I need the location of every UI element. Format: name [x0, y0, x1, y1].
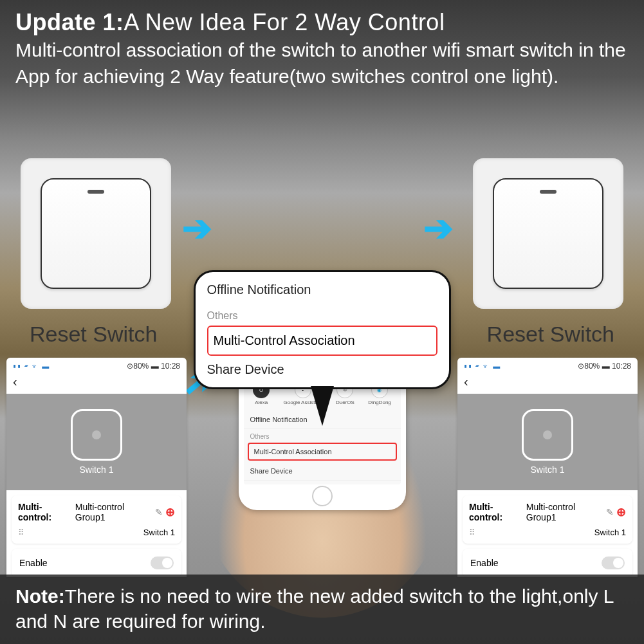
share-device-row[interactable]: Share Device	[244, 462, 401, 481]
enable-label: Enable	[19, 558, 48, 568]
switch-hero: Switch 1	[6, 394, 187, 490]
title: Update 1:A New Idea For 2 Way Control	[15, 9, 629, 36]
switch-button[interactable]	[522, 409, 573, 461]
multi-group: Multi-control Group1	[75, 502, 152, 522]
row-switch: Switch 1	[143, 528, 175, 537]
note-rest: There is no need to wire the new added s…	[15, 585, 613, 632]
device-icon: ⠿	[18, 528, 23, 537]
phone-left: ▮▮ ▰ ᯤ ▬ ⊙80% ▬ 10:28 ‹ Switch 1 Multi-c…	[6, 358, 187, 577]
edit-icon[interactable]: ✎	[606, 507, 614, 517]
footer-note: Note:There is no need to wire the new ad…	[0, 575, 644, 644]
callout-highlight: Multi-Control Association	[207, 326, 437, 356]
signal-icons: ▮▮ ▰ ᯤ ▬	[13, 362, 50, 370]
enable-toggle[interactable]	[602, 557, 625, 569]
statusbar: ▮▮ ▰ ᯤ ▬ ⊙80% ▬ 10:28	[457, 358, 638, 374]
callout-offline: Offline Notification	[207, 282, 437, 304]
reset-label-right: Reset Switch	[487, 322, 614, 347]
device-icon: ⠿	[469, 528, 474, 537]
switch-name: Switch 1	[531, 465, 565, 475]
add-icon[interactable]: ⊕	[616, 505, 626, 519]
switch-button[interactable]	[71, 409, 122, 461]
multi-control-card: Multi-control: Multi-control Group1 ✎ ⊕ …	[463, 495, 632, 544]
home-button[interactable]	[312, 486, 333, 506]
multi-label: Multi-control:	[18, 502, 73, 522]
enable-card: Enable	[463, 549, 632, 577]
description: Multi-control association of the switch …	[15, 37, 629, 89]
phone-right: ▮▮ ▰ ᯤ ▬ ⊙80% ▬ 10:28 ‹ Switch 1 Multi-c…	[457, 358, 638, 577]
others-section: Others	[244, 429, 401, 441]
arrow-icon: ➔	[423, 207, 454, 249]
signal-icons: ▮▮ ▰ ᯤ ▬	[464, 362, 501, 370]
enable-card: Enable	[12, 549, 181, 577]
title-bold: Update 1:	[15, 9, 124, 35]
multi-group: Multi-control Group1	[526, 502, 603, 522]
callout-share: Share Device	[207, 356, 437, 377]
reset-label-left: Reset Switch	[30, 322, 157, 347]
physical-switch-right	[473, 158, 623, 309]
back-button[interactable]: ‹	[457, 374, 638, 394]
arrow-icon: ➔	[182, 207, 212, 249]
physical-switch-left	[21, 158, 171, 309]
edit-icon[interactable]: ✎	[155, 507, 163, 517]
switch-name: Switch 1	[80, 465, 114, 475]
callout-section: Others	[207, 310, 437, 322]
multi-label: Multi-control:	[469, 502, 524, 522]
callout-bubble: Offline Notification Others Multi-Contro…	[194, 270, 451, 389]
status-right: ⊙80% ▬ 10:28	[127, 362, 180, 371]
multi-control-card: Multi-control: Multi-control Group1 ✎ ⊕ …	[12, 495, 181, 544]
back-button[interactable]: ‹	[6, 374, 187, 394]
note-bold: Note:	[15, 585, 65, 607]
add-icon[interactable]: ⊕	[165, 505, 175, 519]
multi-control-row[interactable]: Multi-Control Association	[248, 443, 397, 461]
statusbar: ▮▮ ▰ ᯤ ▬ ⊙80% ▬ 10:28	[6, 358, 187, 374]
status-right: ⊙80% ▬ 10:28	[578, 362, 631, 371]
title-rest: A New Idea For 2 Way Control	[124, 9, 445, 35]
enable-label: Enable	[470, 558, 499, 568]
enable-toggle[interactable]	[151, 557, 174, 569]
header: Update 1:A New Idea For 2 Way Control Mu…	[0, 0, 644, 95]
switch-hero: Switch 1	[457, 394, 638, 490]
row-switch: Switch 1	[594, 528, 626, 537]
